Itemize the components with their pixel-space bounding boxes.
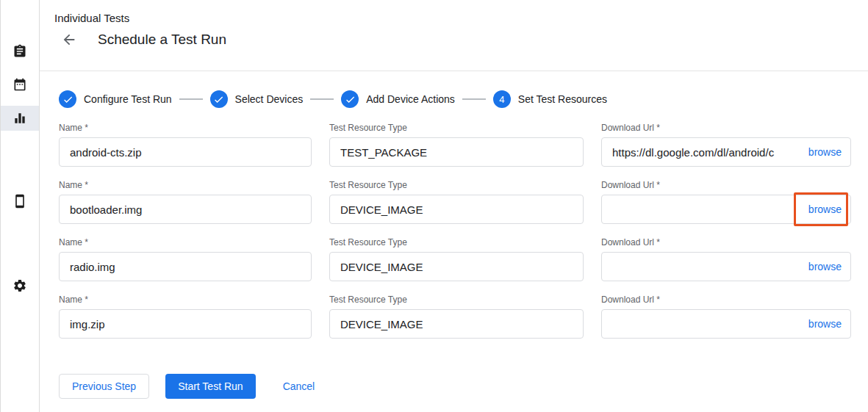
start-test-run-button[interactable]: Start Test Run [165, 374, 255, 399]
test-resources-form: Name * Test Resource Type Download Url *… [59, 123, 868, 339]
url-label: Download Url * [601, 237, 851, 247]
sidebar-item-tests[interactable] [1, 39, 39, 64]
bar-chart-icon [12, 111, 27, 126]
main-content: Individual Tests Schedule a Test Run Con… [40, 0, 868, 412]
download-url-input[interactable] [612, 261, 801, 273]
breadcrumb: Individual Tests [54, 12, 868, 24]
app-window: Individual Tests Schedule a Test Run Con… [0, 0, 868, 412]
step-complete-circle [341, 90, 359, 108]
browse-link[interactable]: browse [808, 318, 842, 330]
name-input[interactable] [70, 261, 301, 273]
name-label: Name * [59, 180, 312, 190]
step-label: Set Test Resources [518, 93, 607, 105]
step-configure-test-run[interactable]: Configure Test Run [59, 90, 172, 108]
name-label: Name * [59, 294, 312, 305]
step-label: Select Devices [235, 93, 304, 105]
step-select-devices[interactable]: Select Devices [210, 90, 304, 108]
cancel-button[interactable]: Cancel [283, 380, 315, 392]
sidebar-item-devices[interactable] [1, 189, 39, 214]
name-input[interactable] [70, 203, 301, 216]
resource-type-input[interactable] [340, 261, 573, 273]
step-number-circle: 4 [493, 90, 511, 108]
phone-icon [12, 194, 27, 209]
download-url-input[interactable] [612, 203, 801, 216]
back-button[interactable] [60, 30, 79, 49]
sidebar-item-results[interactable] [1, 106, 39, 131]
type-label: Test Resource Type [329, 237, 584, 247]
arrow-back-icon [61, 32, 77, 48]
name-label: Name * [59, 237, 312, 247]
name-label: Name * [59, 123, 312, 133]
step-complete-circle [59, 90, 76, 108]
url-label: Download Url * [601, 180, 851, 190]
clipboard-icon [12, 44, 27, 59]
step-label: Configure Test Run [84, 93, 172, 105]
step-connector [462, 98, 486, 100]
resource-row: Name * Test Resource Type Download Url *… [59, 237, 868, 281]
resource-row: Name * Test Resource Type Download Url *… [59, 123, 868, 167]
form-footer: Previous Step Start Test Run Cancel [59, 374, 868, 399]
download-url-input[interactable] [612, 318, 801, 330]
resource-row: Name * Test Resource Type Download Url *… [59, 180, 868, 224]
browse-link[interactable]: browse [808, 146, 842, 158]
name-input[interactable] [70, 146, 301, 159]
resource-row: Name * Test Resource Type Download Url *… [59, 294, 868, 339]
resource-type-input[interactable] [340, 146, 573, 159]
check-icon [213, 94, 224, 105]
step-add-device-actions[interactable]: Add Device Actions [341, 90, 455, 108]
step-set-test-resources[interactable]: 4 Set Test Resources [493, 90, 607, 108]
type-label: Test Resource Type [329, 294, 584, 305]
step-connector [179, 98, 203, 100]
page-title: Schedule a Test Run [98, 32, 226, 48]
type-label: Test Resource Type [329, 123, 584, 133]
type-label: Test Resource Type [329, 180, 584, 190]
name-input[interactable] [70, 318, 301, 330]
url-label: Download Url * [601, 294, 851, 305]
step-label: Add Device Actions [366, 93, 455, 105]
resource-type-input[interactable] [340, 318, 573, 330]
check-icon [345, 94, 356, 105]
page-header: Individual Tests Schedule a Test Run [40, 0, 868, 71]
download-url-input[interactable] [612, 146, 801, 159]
step-connector [310, 98, 334, 100]
step-complete-circle [210, 90, 228, 108]
url-label: Download Url * [601, 123, 851, 133]
check-icon [62, 94, 73, 105]
previous-step-button[interactable]: Previous Step [59, 374, 149, 399]
browse-link[interactable]: browse [808, 203, 842, 215]
gear-icon [12, 278, 27, 293]
stepper: Configure Test Run Select Devices Add De… [59, 90, 868, 108]
calendar-icon [12, 77, 27, 92]
sidebar-item-settings[interactable] [1, 273, 39, 298]
sidebar-item-plans[interactable] [1, 72, 39, 97]
browse-link[interactable]: browse [808, 261, 842, 272]
sidebar [0, 0, 40, 412]
resource-type-input[interactable] [340, 203, 573, 216]
